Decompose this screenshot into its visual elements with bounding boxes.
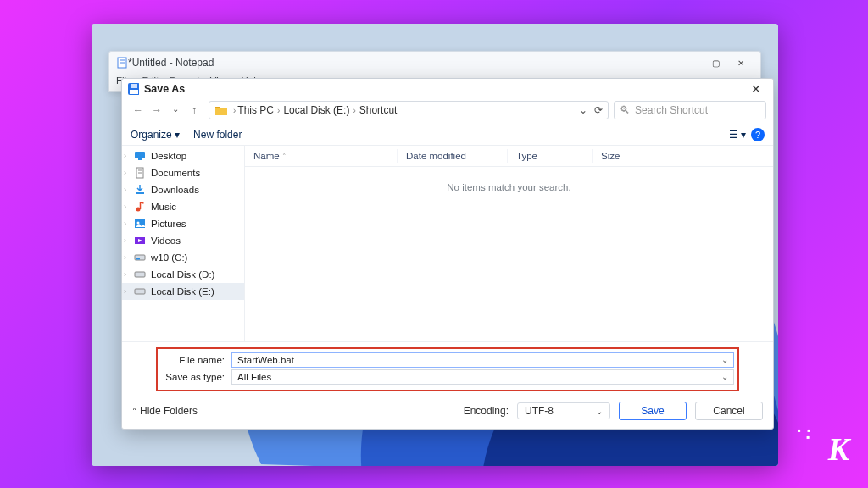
desktop-background: *Untitled - Notepad — ▢ ✕ File Edit Form… — [92, 24, 778, 466]
col-name[interactable]: Name ˄ — [245, 149, 398, 163]
encoding-label: Encoding: — [464, 405, 509, 417]
downloads-icon — [134, 184, 146, 196]
breadcrumb-dropdown-icon[interactable]: ⌄ — [579, 104, 587, 116]
highlight-box: File name: StartWeb.bat ⌄ Save as type: … — [156, 347, 739, 391]
tree-downloads[interactable]: ›Downloads — [122, 181, 244, 198]
save-button[interactable]: Save — [619, 402, 687, 420]
column-headers[interactable]: Name ˄ Date modified Type Size — [245, 146, 773, 167]
search-placeholder: Search Shortcut — [635, 104, 708, 116]
brand-logo: K — [828, 430, 849, 468]
tree-documents[interactable]: ›Documents — [122, 164, 244, 181]
view-options-icon[interactable]: ☰ ▾ — [729, 129, 746, 141]
notepad-icon — [116, 57, 128, 69]
hide-folders-button[interactable]: ˄ Hide Folders — [132, 405, 198, 417]
tree-disk-c[interactable]: ›w10 (C:) — [122, 249, 244, 266]
col-date[interactable]: Date modified — [398, 149, 508, 163]
dialog-title: Save As — [144, 83, 185, 95]
cancel-button[interactable]: Cancel — [695, 402, 763, 420]
disk-icon — [134, 269, 146, 280]
tree-disk-d[interactable]: ›Local Disk (D:) — [122, 266, 244, 283]
documents-icon — [134, 167, 146, 179]
search-input[interactable]: 🔍︎ Search Shortcut — [614, 101, 766, 119]
file-list: Name ˄ Date modified Type Size No items … — [245, 146, 773, 341]
notepad-title: *Untitled - Notepad — [128, 57, 214, 69]
filename-input[interactable]: StartWeb.bat ⌄ — [231, 352, 734, 368]
chevron-down-icon[interactable]: ⌄ — [721, 355, 728, 364]
refresh-icon[interactable]: ⟳ — [594, 104, 603, 116]
logo-dots: ▪ ▪ ▪ — [797, 427, 812, 441]
svg-rect-21 — [135, 289, 145, 294]
encoding-select[interactable]: UTF-8 ⌄ — [517, 402, 610, 419]
col-type[interactable]: Type — [508, 149, 593, 163]
pictures-icon — [134, 218, 146, 230]
search-icon: 🔍︎ — [620, 104, 630, 116]
svg-rect-5 — [130, 90, 138, 94]
nav-recent-button[interactable]: ⌄ — [170, 104, 181, 116]
svg-rect-7 — [215, 107, 220, 108]
svg-point-16 — [137, 222, 140, 225]
dialog-close-button[interactable]: ✕ — [744, 82, 768, 96]
disk-icon — [134, 286, 146, 297]
svg-rect-20 — [135, 272, 145, 277]
filetype-label: Save as type: — [161, 372, 225, 382]
svg-rect-8 — [135, 152, 145, 158]
filetype-select[interactable]: All Files ⌄ — [231, 369, 734, 385]
maximize-button[interactable]: ▢ — [703, 55, 728, 70]
svg-rect-19 — [136, 258, 140, 260]
tree-videos[interactable]: ›Videos — [122, 232, 244, 249]
svg-rect-9 — [138, 158, 142, 160]
save-as-dialog: Save As ✕ ← → ⌄ ↑ › This PC › Local Disk… — [121, 78, 774, 430]
nav-up-button[interactable]: ↑ — [188, 104, 200, 116]
chevron-down-icon[interactable]: ⌄ — [721, 372, 728, 381]
svg-rect-6 — [131, 84, 137, 88]
breadcrumb-bar[interactable]: › This PC › Local Disk (E:) › Shortcut ⌄… — [209, 101, 609, 119]
tree-pictures[interactable]: ›Pictures — [122, 215, 244, 232]
organize-button[interactable]: Organize ▾ — [131, 129, 180, 141]
disk-icon — [134, 252, 146, 263]
tree-desktop[interactable]: ›Desktop — [122, 147, 244, 164]
chevron-down-icon: ⌄ — [596, 407, 603, 416]
new-folder-button[interactable]: New folder — [193, 129, 242, 141]
minimize-button[interactable]: — — [677, 55, 703, 70]
svg-rect-13 — [136, 192, 144, 194]
filename-label: File name: — [161, 355, 225, 365]
tree-music[interactable]: ›Music — [122, 198, 244, 215]
col-size[interactable]: Size — [593, 149, 660, 163]
crumb-2[interactable]: Shortcut — [359, 104, 398, 116]
crumb-1[interactable]: Local Disk (E:) — [283, 104, 349, 116]
close-button[interactable]: ✕ — [728, 55, 754, 70]
crumb-0[interactable]: This PC — [237, 104, 274, 116]
folder-icon — [214, 104, 228, 116]
chevron-up-icon: ˄ — [132, 407, 136, 416]
music-icon — [134, 201, 146, 213]
nav-back-button[interactable]: ← — [132, 104, 144, 116]
nav-tree: ›Desktop ›Documents ›Downloads ›Music ›P… — [122, 146, 245, 341]
help-icon[interactable]: ? — [751, 128, 765, 141]
empty-message: No items match your search. — [245, 167, 773, 208]
desktop-icon — [134, 150, 146, 162]
save-as-icon — [127, 83, 139, 95]
nav-forward-button[interactable]: → — [151, 104, 163, 116]
tree-disk-e[interactable]: ›Local Disk (E:) — [122, 283, 244, 300]
videos-icon — [134, 235, 146, 247]
